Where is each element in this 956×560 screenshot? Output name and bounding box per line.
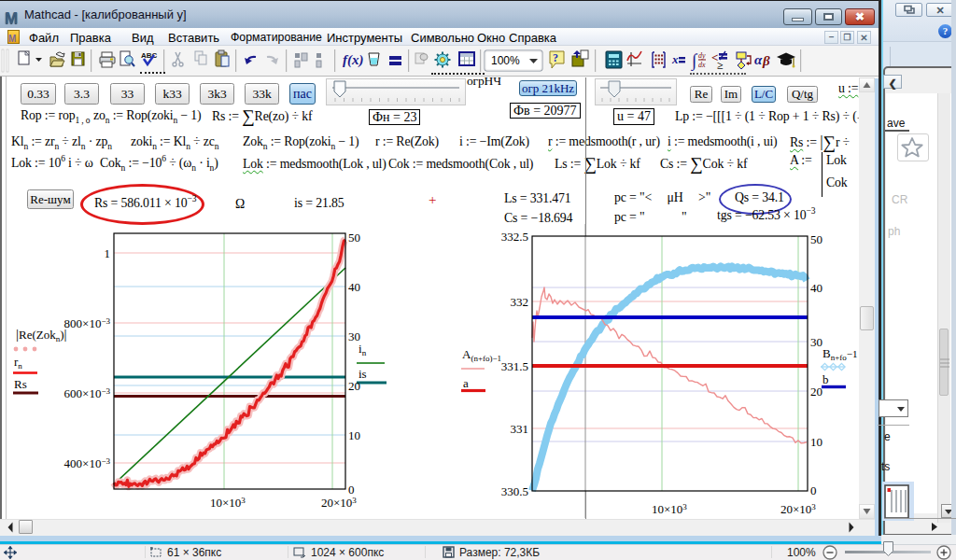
svg-text:dx: dx (698, 61, 706, 69)
svg-text:?: ? (553, 51, 558, 64)
svg-text:f(x): f(x) (343, 52, 364, 68)
svg-text:ABC: ABC (141, 51, 158, 60)
svg-text:∫: ∫ (691, 50, 698, 72)
svg-text:α: α (754, 52, 763, 67)
svg-text:≥: ≥ (717, 59, 724, 72)
svg-text:100%: 100% (491, 54, 520, 67)
svg-text:x: x (671, 52, 679, 66)
svg-text:dy: dy (698, 51, 706, 60)
svg-text:β: β (762, 53, 770, 68)
